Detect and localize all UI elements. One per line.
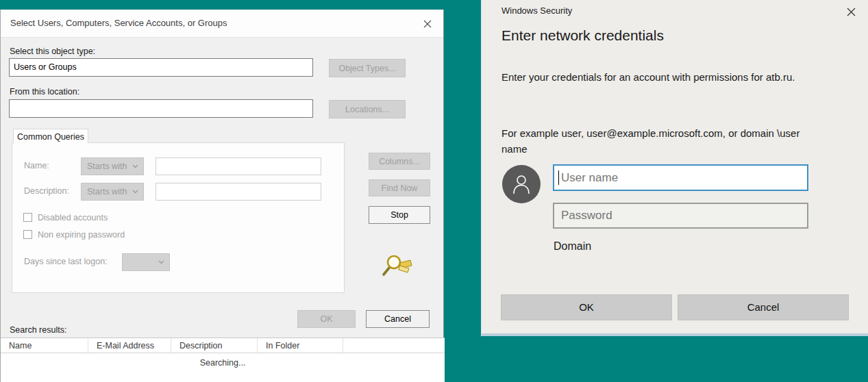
titlebar[interactable]: Select Users, Computers, Service Account… — [1, 10, 443, 37]
desktop: Select Users, Computers, Service Account… — [0, 0, 868, 382]
credentials-description: Enter your credentials for an account wi… — [501, 69, 820, 85]
avatar — [502, 165, 541, 203]
person-icon — [511, 173, 532, 196]
dialog-title: Select Users, Computers, Service Account… — [10, 18, 227, 28]
description-input[interactable] — [156, 183, 321, 201]
locations-button[interactable]: Locations... — [329, 100, 406, 118]
column-header-empty[interactable] — [343, 338, 445, 353]
credentials-example: For example user, user@example.microsoft… — [501, 125, 827, 157]
search-results-table: Name E-Mail Address Description In Folde… — [1, 338, 445, 382]
column-header-email[interactable]: E-Mail Address — [88, 338, 171, 353]
columns-button[interactable]: Columns... — [369, 153, 430, 170]
disabled-accounts-checkbox[interactable] — [23, 213, 32, 222]
disabled-accounts-label: Disabled accounts — [38, 213, 108, 222]
column-header-name[interactable]: Name — [1, 338, 88, 353]
object-type-field[interactable]: Users or Groups — [9, 58, 313, 77]
days-since-logon-select[interactable] — [122, 253, 170, 271]
cancel-button[interactable]: Cancel — [366, 310, 430, 328]
common-queries-tab[interactable]: Common Queries — [13, 129, 88, 143]
name-label: Name: — [24, 161, 49, 170]
dialog-bottom-edge — [482, 333, 868, 336]
description-operator-value: Starts with — [87, 187, 127, 196]
ok-button[interactable]: OK — [297, 310, 356, 328]
description-operator-select[interactable]: Starts with — [81, 183, 144, 201]
name-operator-select[interactable]: Starts with — [81, 157, 144, 175]
text-caret — [558, 170, 559, 185]
chevron-down-icon — [158, 260, 164, 264]
dialog-heading: Enter network credentials — [501, 27, 664, 44]
dialog-title: Windows Security — [501, 5, 572, 16]
object-types-button[interactable]: Object Types... — [329, 59, 406, 77]
location-field[interactable] — [9, 99, 313, 118]
windows-security-dialog: Windows Security Enter network credentia… — [481, 0, 868, 336]
find-now-button[interactable]: Find Now — [369, 179, 430, 196]
cancel-button[interactable]: Cancel — [678, 294, 849, 320]
chevron-down-icon — [132, 190, 138, 194]
close-button[interactable] — [842, 3, 860, 20]
search-progress-icon — [380, 253, 413, 278]
username-input[interactable] — [553, 164, 808, 191]
table-header-row: Name E-Mail Address Description In Folde… — [1, 338, 445, 353]
stop-button[interactable]: Stop — [369, 206, 430, 224]
ok-button[interactable]: OK — [501, 294, 672, 320]
close-button[interactable] — [419, 16, 436, 31]
close-icon — [423, 19, 432, 29]
searching-status: Searching... — [1, 358, 445, 368]
days-since-logon-label: Days since last logon: — [24, 257, 108, 266]
location-label: From this location: — [10, 87, 79, 97]
column-header-description[interactable]: Description — [171, 338, 258, 353]
description-label: Description: — [24, 186, 69, 196]
column-header-in-folder[interactable]: In Folder — [258, 338, 343, 353]
password-input[interactable] — [553, 203, 808, 229]
name-input[interactable] — [156, 157, 321, 175]
select-users-dialog: Select Users, Computers, Service Account… — [0, 10, 444, 382]
domain-label: Domain — [554, 240, 591, 253]
titlebar-divider — [1, 37, 443, 38]
chevron-down-icon — [132, 164, 138, 168]
object-type-label: Select this object type: — [10, 47, 95, 56]
search-results-label: Search results: — [10, 325, 66, 335]
non-expiring-password-checkbox[interactable] — [23, 230, 32, 239]
close-icon — [846, 7, 856, 17]
name-operator-value: Starts with — [87, 162, 127, 171]
non-expiring-password-label: Non expiring password — [38, 230, 125, 240]
